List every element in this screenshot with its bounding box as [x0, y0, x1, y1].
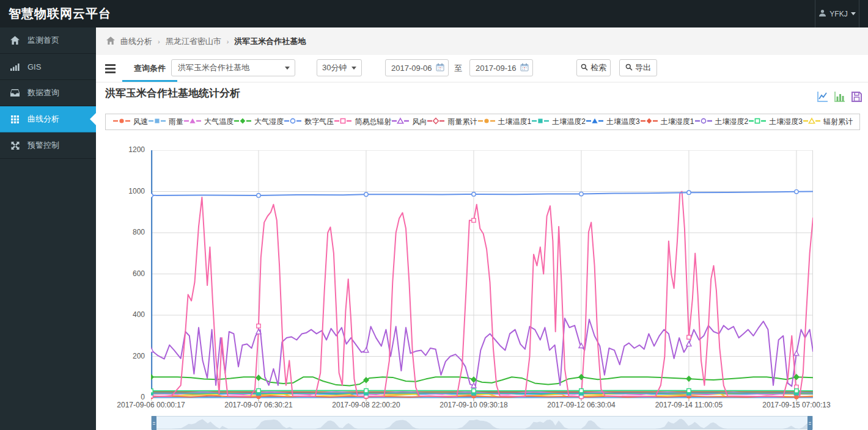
- export-button[interactable]: 导出: [619, 59, 657, 76]
- alert-control-icon: [10, 142, 20, 150]
- series-line-风向: [151, 318, 813, 386]
- datazoom-left-handle[interactable]: [152, 416, 156, 430]
- date-from-input[interactable]: 2017-09-06: [385, 59, 449, 76]
- home-icon: [10, 36, 20, 45]
- sidebar-item-label: 监测首页: [28, 35, 59, 46]
- legend-item-大气温度[interactable]: 大气温度: [183, 117, 234, 127]
- search-icon: [581, 64, 588, 73]
- breadcrumb-item[interactable]: 曲线分析: [120, 36, 152, 47]
- sidebar-item-数据查询[interactable]: 数据查询: [0, 80, 96, 106]
- collapse-panel-icon[interactable]: [105, 61, 120, 76]
- legend-item-土壤湿度3[interactable]: 土壤湿度3: [748, 117, 803, 127]
- breadcrumb-separator: ›: [227, 38, 229, 45]
- legend-item-大气湿度[interactable]: 大气湿度: [234, 117, 284, 127]
- legend-label: 简易总辐射: [355, 117, 391, 127]
- legend-marker-circle-icon: [112, 117, 131, 126]
- legend-marker-triangle-icon: [183, 117, 202, 126]
- y-axis-label: 600: [116, 269, 145, 278]
- sidebar-item-label: GIS: [28, 62, 41, 71]
- legend-label: 风向: [412, 117, 427, 127]
- datazoom-right-handle[interactable]: [807, 416, 812, 430]
- line-chart-icon[interactable]: [816, 90, 829, 103]
- y-axis-label: 1000: [116, 187, 145, 195]
- interval-select[interactable]: 30分钟: [317, 59, 362, 76]
- y-axis-label: 0: [116, 393, 145, 401]
- sidebar-item-监测首页[interactable]: 监测首页: [0, 27, 96, 54]
- series-line-简易总辐射: [151, 192, 813, 397]
- station-select[interactable]: 洪军玉米合作社基地: [171, 59, 295, 76]
- y-axis-label: 1200: [116, 145, 145, 154]
- breadcrumb-separator: ›: [158, 38, 160, 45]
- app-header: 智慧物联网云平台 YFKJ: [0, 0, 868, 27]
- sidebar-item-label: 预警控制: [28, 140, 59, 151]
- user-menu[interactable]: YFKJ: [815, 0, 859, 27]
- datazoom-slider[interactable]: [151, 416, 813, 429]
- legend-item-土壤温度2[interactable]: 土壤温度2: [531, 117, 586, 127]
- chart-toolbox: [816, 90, 863, 103]
- legend-item-土壤温度3[interactable]: 土壤温度3: [586, 117, 640, 127]
- sidebar-item-label: 曲线分析: [28, 114, 59, 125]
- date-range-to-label: 至: [454, 59, 462, 78]
- legend-marker-diamond-icon: [234, 117, 252, 126]
- calendar-icon[interactable]: [436, 63, 444, 73]
- series-line-数字气压: [151, 192, 813, 195]
- legend-item-风向[interactable]: 风向: [391, 117, 427, 127]
- breadcrumb-item[interactable]: 黑龙江省密山市: [166, 36, 221, 47]
- series-symbol: [257, 324, 260, 328]
- chevron-down-icon: [351, 67, 356, 70]
- search-button[interactable]: 检索: [576, 59, 611, 76]
- series-line-大气湿度: [151, 377, 813, 385]
- data-query-icon: [10, 89, 20, 97]
- legend-label: 土壤湿度3: [769, 117, 803, 127]
- legend-label: 土壤温度1: [498, 117, 532, 127]
- sidebar-item-GIS[interactable]: GIS: [0, 54, 96, 80]
- sidebar-item-预警控制[interactable]: 预警控制: [0, 133, 96, 159]
- legend-item-风速[interactable]: 风速: [112, 117, 148, 127]
- sidebar-item-label: 数据查询: [28, 87, 59, 98]
- legend-item-简易总辐射[interactable]: 简易总辐射: [334, 117, 391, 127]
- legend-label: 数字气压: [304, 117, 334, 127]
- legend-marker-diamond-icon: [427, 117, 445, 126]
- legend-item-雨量[interactable]: 雨量: [148, 117, 183, 127]
- legend-item-雨量累计[interactable]: 雨量累计: [427, 117, 477, 127]
- series-symbol: [687, 191, 691, 194]
- save-image-icon[interactable]: [850, 90, 863, 103]
- legend-marker-triangle-icon: [586, 117, 604, 126]
- series-symbol: [151, 194, 153, 197]
- legend-marker-diamond-icon: [640, 117, 658, 126]
- breadcrumb-item: 洪军玉米合作社基地: [234, 36, 306, 47]
- bar-chart-icon[interactable]: [833, 90, 846, 103]
- series-symbol: [795, 385, 798, 388]
- legend-marker-circle-icon: [477, 117, 496, 126]
- chevron-down-icon: [285, 67, 290, 70]
- line-chart-canvas[interactable]: [151, 150, 813, 403]
- user-name: YFKJ: [829, 10, 847, 18]
- sidebar-item-曲线分析[interactable]: 曲线分析: [0, 106, 96, 133]
- series-symbol: [795, 395, 798, 399]
- series-symbol: [151, 374, 153, 379]
- series-symbol: [364, 192, 368, 196]
- series-symbol: [472, 389, 476, 393]
- legend-item-数字气压[interactable]: 数字气压: [284, 117, 334, 127]
- home-icon: [106, 37, 115, 46]
- breadcrumb: 曲线分析›黑龙江省密山市›洪军玉米合作社基地: [96, 27, 868, 55]
- legend-label: 辐射累计: [823, 117, 853, 127]
- series-symbol: [687, 388, 691, 392]
- legend-item-土壤温度1[interactable]: 土壤温度1: [477, 117, 532, 127]
- series-symbol: [795, 190, 798, 194]
- legend-marker-square-icon: [148, 117, 166, 126]
- legend-item-辐射累计[interactable]: 辐射累计: [803, 117, 853, 127]
- tab-query-conditions[interactable]: 查询条件: [122, 55, 177, 82]
- app-title: 智慧物联网云平台: [9, 0, 111, 27]
- legend-label: 雨量累计: [447, 117, 477, 127]
- date-to-input[interactable]: 2017-09-16: [469, 59, 533, 76]
- series-symbol: [795, 389, 798, 393]
- series-symbol: [686, 376, 691, 381]
- legend-marker-square-icon: [531, 117, 550, 126]
- legend-item-土壤湿度1[interactable]: 土壤湿度1: [640, 117, 694, 127]
- calendar-icon[interactable]: [520, 63, 529, 73]
- legend-item-土壤湿度2[interactable]: 土壤湿度2: [694, 117, 749, 127]
- legend-label: 雨量: [169, 117, 183, 127]
- user-icon: [818, 9, 826, 19]
- series-symbol: [687, 335, 691, 339]
